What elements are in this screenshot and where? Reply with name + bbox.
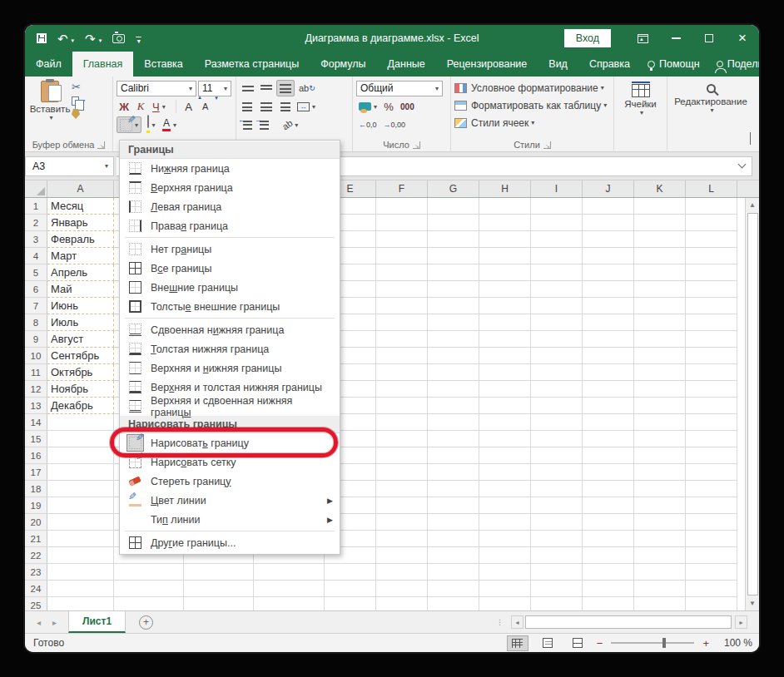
row-header-1[interactable]: 1	[25, 198, 47, 215]
cell-A24[interactable]	[47, 581, 114, 597]
cell-A17[interactable]	[47, 464, 114, 481]
cell-F7[interactable]	[376, 298, 428, 314]
menu-item[interactable]: Сдвоенная нижняя граница	[120, 320, 340, 339]
cell-K21[interactable]	[634, 531, 686, 547]
cell-G2[interactable]	[428, 215, 479, 231]
align-center-button[interactable]	[258, 98, 275, 115]
fill-color-button[interactable]: ▾	[143, 116, 158, 133]
zoom-in-button[interactable]: +	[702, 637, 709, 650]
cell-G3[interactable]	[428, 231, 479, 248]
cell-E23[interactable]	[325, 564, 376, 581]
cell-F18[interactable]	[376, 481, 428, 497]
row-header-14[interactable]: 14	[25, 414, 47, 431]
row-header-7[interactable]: 7	[25, 298, 47, 314]
column-header-G[interactable]: G	[428, 180, 479, 197]
cell-J11[interactable]	[583, 364, 634, 381]
cell-K13[interactable]	[634, 398, 686, 414]
row-header-2[interactable]: 2	[25, 215, 47, 231]
row-header-18[interactable]: 18	[25, 481, 47, 497]
cell-L8[interactable]	[686, 314, 737, 331]
cell-F20[interactable]	[376, 514, 428, 531]
merge-center-button[interactable]: ↔▾	[295, 98, 318, 115]
cell-H8[interactable]	[479, 314, 531, 331]
cell-H2[interactable]	[479, 215, 531, 231]
tell-me-helper[interactable]: Помощн	[641, 58, 707, 70]
cell-I21[interactable]	[531, 531, 583, 547]
cell-K12[interactable]	[634, 381, 686, 398]
cell-G18[interactable]	[428, 481, 479, 497]
row-header-3[interactable]: 3	[25, 231, 47, 248]
cell-D25[interactable]	[254, 597, 325, 610]
accounting-format-button[interactable]: ▾	[356, 98, 380, 115]
percent-style-button[interactable]: %	[381, 98, 396, 115]
row-header-5[interactable]: 5	[25, 264, 47, 281]
cell-F3[interactable]	[376, 231, 428, 248]
cell-L20[interactable]	[686, 514, 737, 531]
cell-K5[interactable]	[634, 264, 686, 281]
cell-L19[interactable]	[686, 497, 737, 514]
cell-F22[interactable]	[376, 547, 428, 564]
collapse-ribbon-button[interactable]	[750, 133, 751, 145]
cell-J7[interactable]	[583, 298, 634, 314]
cell-A12[interactable]: Ноябрь	[47, 381, 114, 398]
decrease-decimal-button[interactable]: →0,00	[381, 116, 409, 133]
cell-H7[interactable]	[479, 298, 531, 314]
cell-L11[interactable]	[686, 364, 737, 381]
cell-K16[interactable]	[634, 447, 686, 464]
page-break-view-button[interactable]	[567, 635, 588, 651]
cell-H17[interactable]	[479, 464, 531, 481]
number-dialog-launcher-icon[interactable]	[413, 141, 420, 149]
cell-A5[interactable]: Апрель	[47, 264, 114, 281]
cell-K8[interactable]	[634, 314, 686, 331]
menu-item[interactable]: Нарисовать границу	[120, 433, 340, 452]
cell-I24[interactable]	[531, 581, 583, 597]
minimize-button[interactable]	[659, 25, 692, 52]
cell-J4[interactable]	[583, 248, 634, 264]
cell-I12[interactable]	[531, 381, 583, 398]
cell-H9[interactable]	[479, 331, 531, 348]
cell-H5[interactable]	[479, 264, 531, 281]
row-header-25[interactable]: 25	[25, 597, 47, 610]
row-header-20[interactable]: 20	[25, 514, 47, 531]
cell-J23[interactable]	[583, 564, 634, 581]
cell-I18[interactable]	[531, 481, 583, 497]
cell-H14[interactable]	[479, 414, 531, 431]
cell-A14[interactable]	[47, 414, 114, 431]
tab-Справка[interactable]: Справка	[578, 52, 641, 77]
hscroll-right-icon[interactable]: ▸	[735, 615, 747, 629]
cell-I2[interactable]	[531, 215, 583, 231]
cell-J19[interactable]	[583, 497, 634, 514]
scroll-up-icon[interactable]: ▲	[746, 198, 759, 212]
align-bottom-button[interactable]	[276, 80, 295, 96]
tab-Вставка[interactable]: Вставка	[133, 52, 193, 77]
cell-L12[interactable]	[686, 381, 737, 398]
menu-item[interactable]: Тип линии▶	[120, 510, 340, 529]
cell-A13[interactable]: Декабрь	[47, 398, 114, 414]
row-header-11[interactable]: 11	[25, 364, 47, 381]
normal-view-button[interactable]	[507, 635, 528, 651]
cell-G21[interactable]	[428, 531, 479, 547]
cell-G9[interactable]	[428, 331, 479, 348]
cell-B23[interactable]	[114, 564, 184, 581]
column-header-A[interactable]: A	[47, 180, 114, 197]
cell-F2[interactable]	[376, 215, 428, 231]
cell-K24[interactable]	[634, 581, 686, 597]
cell-K15[interactable]	[634, 431, 686, 447]
cell-F8[interactable]	[376, 314, 428, 331]
cell-K6[interactable]	[634, 281, 686, 298]
cell-F17[interactable]	[376, 464, 428, 481]
tab-Главная[interactable]: Главная	[72, 52, 134, 77]
cell-H19[interactable]	[479, 497, 531, 514]
cell-G16[interactable]	[428, 447, 479, 464]
scroll-down-icon[interactable]: ▼	[746, 596, 759, 610]
styles-dialog-launcher-icon[interactable]	[543, 141, 551, 149]
cell-G12[interactable]	[428, 381, 479, 398]
cell-L3[interactable]	[686, 231, 737, 248]
cell-K22[interactable]	[634, 547, 686, 564]
cell-J21[interactable]	[583, 531, 634, 547]
cell-H6[interactable]	[479, 281, 531, 298]
save-icon[interactable]	[37, 33, 47, 43]
cell-A22[interactable]	[47, 547, 114, 564]
cell-J16[interactable]	[583, 447, 634, 464]
cell-K7[interactable]	[634, 298, 686, 314]
